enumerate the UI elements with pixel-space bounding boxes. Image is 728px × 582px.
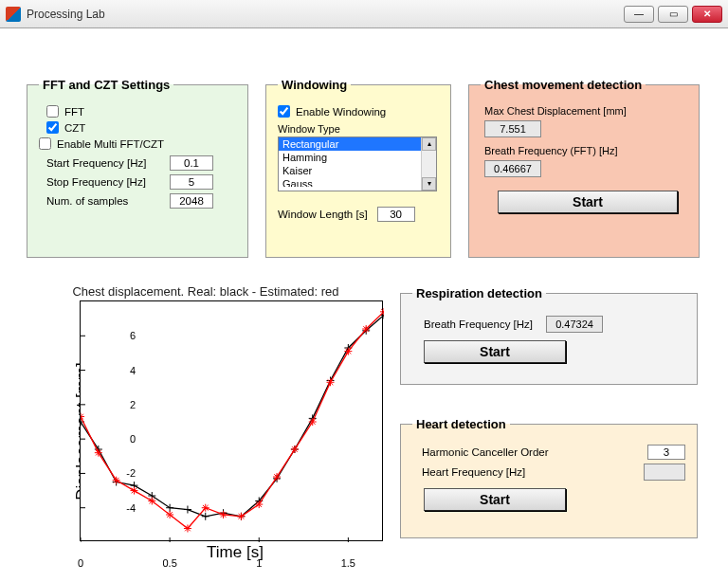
max-disp-label: Max Chest Displacement [mm] [484,105,687,117]
start-freq-input[interactable] [170,155,213,171]
enable-windowing-row[interactable]: Enable Windowing [278,105,439,118]
xtick-label: 1 [256,557,262,569]
heart-start-button[interactable]: Start [424,488,566,511]
xtick-label: 0.5 [162,557,176,569]
maximize-button[interactable]: ▭ [658,6,688,23]
stop-freq-label: Stop Frequency [Hz] [39,176,162,188]
window-type-option[interactable]: Rectangular [279,137,436,151]
fft-checkbox[interactable] [46,105,59,118]
czt-checkbox-label: CZT [64,122,85,134]
respiration-legend: Respiration detection [412,286,546,300]
fft-checkbox-row[interactable]: FFT [46,105,236,118]
listbox-scrollbar[interactable]: ▴ ▾ [421,137,436,191]
czt-checkbox[interactable] [46,121,59,134]
max-disp-value: 7.551 [484,120,541,137]
scroll-down-icon[interactable]: ▾ [422,177,436,191]
window-type-listbox[interactable]: Rectangular Hamming Kaiser Gauss ▴ ▾ [278,136,437,191]
resp-bf-label: Breath Frequency [Hz] [424,318,533,330]
windowing-legend: Windowing [278,78,351,92]
window-titlebar: Processing Lab — ▭ ✕ [0,0,728,28]
window-type-option[interactable]: Kaiser [279,164,436,177]
chest-start-button[interactable]: Start [498,191,678,213]
resp-bf-value: 0.47324 [546,316,603,333]
close-button[interactable]: ✕ [692,6,722,23]
window-title: Processing Lab [27,8,624,21]
chest-legend: Chest movement detection [481,78,646,92]
multi-checkbox-row[interactable]: Enable Multi FFT/CZT [39,137,236,150]
fft-legend: FFT and CZT Settings [39,78,173,92]
chart-area: Chest displacement. Real: black - Estima… [21,284,391,578]
chart-plot: -4-20246 00.511.5 [80,300,383,541]
xtick-label: 1.5 [341,557,355,569]
fft-checkbox-label: FFT [64,106,84,118]
nsamp-input[interactable] [170,193,213,209]
resp-start-button[interactable]: Start [424,340,566,363]
window-type-label: Window Type [278,123,439,135]
multi-checkbox-label: Enable Multi FFT/CZT [57,138,164,150]
heart-freq-label: Heart Frequency [Hz] [422,466,636,478]
chest-bf-label: Breath Frequency (FFT) [Hz] [484,145,687,156]
windowing-panel: Windowing Enable Windowing Window Type R… [265,78,451,258]
heart-panel: Heart detection Harmonic Canceller Order… [400,417,698,538]
fft-panel: FFT and CZT Settings FFT CZT Enable Mult… [27,78,248,258]
enable-windowing-label: Enable Windowing [296,106,386,118]
minimize-button[interactable]: — [624,6,654,23]
stop-freq-input[interactable] [170,174,213,190]
nsamp-label: Num. of samples [39,195,162,207]
hc-order-input[interactable] [647,445,685,460]
window-type-option[interactable]: Hamming [279,151,436,164]
heart-freq-value [644,464,685,481]
start-freq-label: Start Frequency [Hz] [39,157,162,169]
window-length-label: Window Length [s] [278,209,368,220]
hc-order-label: Harmonic Canceller Order [422,446,640,458]
chest-panel: Chest movement detection Max Chest Displ… [468,78,700,258]
enable-windowing-checkbox[interactable] [278,105,290,118]
app-icon [6,7,21,22]
multi-checkbox[interactable] [39,137,51,150]
chest-bf-value: 0.46667 [484,160,541,177]
scroll-up-icon[interactable]: ▴ [422,137,436,151]
czt-checkbox-row[interactable]: CZT [46,121,236,134]
heart-legend: Heart detection [412,417,510,431]
respiration-panel: Respiration detection Breath Frequency [… [400,286,698,385]
chart-title: Chest displacement. Real: black - Estima… [21,284,391,299]
xtick-label: 0 [78,557,83,569]
window-type-option[interactable]: Gauss [279,177,436,187]
window-length-input[interactable] [377,207,415,222]
